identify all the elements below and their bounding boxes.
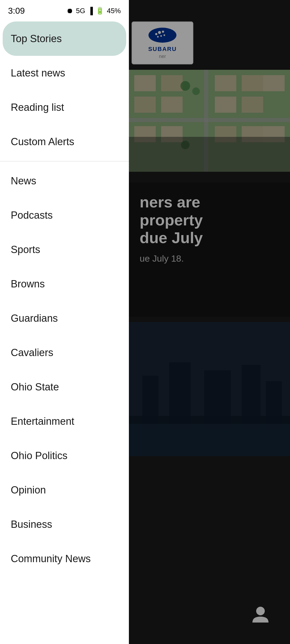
status-bar: 3:09 ⏺ 5G ▐ 🔋 45% [0, 0, 129, 21]
sidebar-item-cavaliers[interactable]: Cavaliers [3, 335, 126, 370]
sidebar-item-custom-alerts[interactable]: Custom Alerts [3, 125, 126, 159]
nav-items-container: Top Stories Latest news Reading list Cus… [0, 21, 129, 576]
sidebar-item-reading-list[interactable]: Reading list [3, 90, 126, 125]
sidebar-item-ohio-politics[interactable]: Ohio Politics [3, 438, 126, 473]
sidebar-item-opinion[interactable]: Opinion [3, 473, 126, 507]
sidebar-item-sports[interactable]: Sports [3, 232, 126, 267]
sidebar-item-news[interactable]: News [3, 164, 126, 198]
sidebar-item-ohio-state[interactable]: Ohio State [3, 370, 126, 404]
sidebar-item-business[interactable]: Business [3, 507, 126, 541]
sidebar-item-top-stories[interactable]: Top Stories [3, 21, 126, 56]
recording-icon: ⏺ [66, 7, 73, 15]
time-display: 3:09 [8, 6, 25, 16]
sidebar-item-entertainment[interactable]: Entertainment [3, 404, 126, 438]
sidebar-item-podcasts[interactable]: Podcasts [3, 198, 126, 232]
status-icons: ⏺ 5G ▐ 🔋 45% [66, 7, 121, 15]
sidebar-item-browns[interactable]: Browns [3, 267, 126, 301]
nav-drawer: 3:09 ⏺ 5G ▐ 🔋 45% Top Stories Latest new… [0, 0, 129, 644]
signal-icon: ▐ [88, 7, 93, 15]
sidebar-item-community-news[interactable]: Community News [3, 541, 126, 576]
battery-level: 45% [107, 7, 121, 15]
battery-icon: 🔋 [96, 7, 104, 15]
nav-divider-1 [0, 161, 129, 162]
sidebar-item-latest-news[interactable]: Latest news [3, 56, 126, 90]
sidebar-item-guardians[interactable]: Guardians [3, 301, 126, 335]
network-indicator: 5G [76, 7, 85, 15]
